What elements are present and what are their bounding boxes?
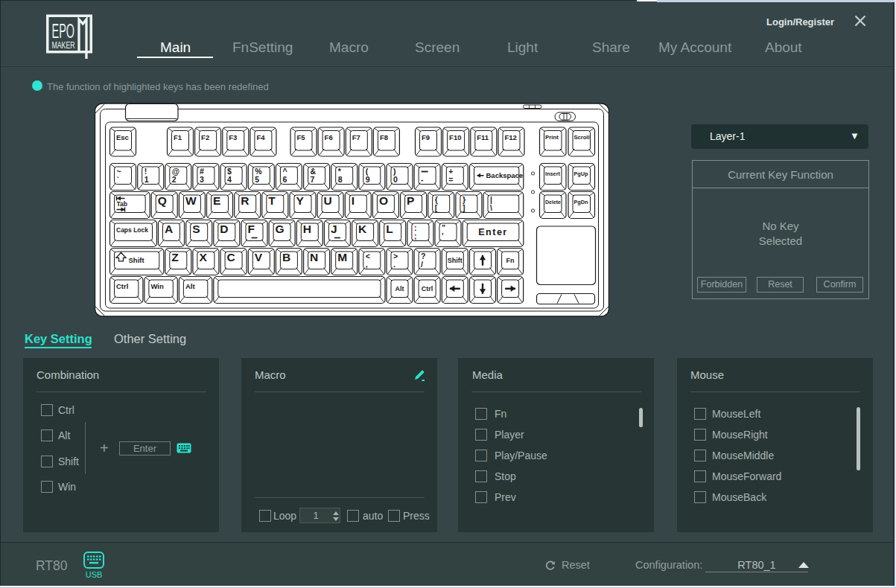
svg-text:F10: F10 — [449, 133, 461, 141]
svg-text:EPO: EPO — [52, 20, 75, 42]
svg-text:U: U — [323, 194, 331, 207]
svg-text:Delete: Delete — [545, 199, 561, 205]
svg-text:Esc: Esc — [116, 133, 129, 141]
svg-text:\: \ — [490, 203, 492, 212]
svg-text:F5: F5 — [296, 133, 305, 141]
svg-text:T: T — [268, 194, 276, 207]
svg-text:Alt: Alt — [185, 282, 195, 290]
svg-text:Ctrl: Ctrl — [116, 282, 128, 290]
svg-text:P: P — [407, 194, 414, 207]
svg-text:Z: Z — [171, 251, 179, 263]
svg-text:Enter: Enter — [478, 227, 507, 237]
svg-text:PgDn: PgDn — [573, 199, 588, 205]
svg-text:Backspace: Backspace — [486, 171, 523, 179]
svg-text:Win: Win — [150, 282, 164, 290]
svg-text:Alt: Alt — [395, 285, 404, 293]
svg-text:`: ` — [116, 175, 119, 184]
svg-text:H: H — [302, 223, 311, 235]
svg-text:D: D — [220, 223, 228, 235]
svg-text:F8: F8 — [379, 133, 387, 141]
svg-text:1: 1 — [144, 175, 148, 184]
svg-text:X: X — [199, 251, 207, 263]
svg-text:2: 2 — [171, 175, 176, 184]
svg-text:0: 0 — [393, 175, 398, 184]
svg-text:C: C — [226, 251, 235, 263]
svg-text:6: 6 — [282, 175, 287, 184]
svg-text:S: S — [192, 223, 200, 235]
svg-text:B: B — [282, 251, 290, 263]
svg-text:Q: Q — [157, 194, 166, 207]
svg-text:]: ] — [462, 203, 465, 212]
svg-text:M: M — [337, 251, 347, 263]
svg-text:E: E — [213, 194, 220, 207]
svg-text:PgUp: PgUp — [573, 170, 588, 177]
svg-text:F2: F2 — [201, 133, 209, 141]
svg-text:Print: Print — [545, 134, 559, 141]
svg-text:.: . — [393, 260, 395, 269]
svg-text:Scroll: Scroll — [573, 134, 589, 141]
svg-text:7: 7 — [310, 175, 314, 184]
svg-text:Insert: Insert — [545, 170, 560, 177]
svg-text:F12: F12 — [504, 133, 516, 141]
svg-text:Shift: Shift — [447, 257, 462, 264]
svg-text:I: I — [351, 194, 354, 207]
svg-text:N: N — [310, 251, 318, 263]
svg-text:Y: Y — [296, 194, 304, 207]
svg-text:Ctrl: Ctrl — [421, 285, 433, 293]
svg-text:K: K — [358, 223, 367, 235]
svg-text:Fn: Fn — [506, 257, 514, 264]
svg-text:F3: F3 — [229, 133, 237, 141]
svg-text:W: W — [185, 194, 196, 207]
svg-text:;: ; — [413, 231, 416, 240]
svg-text:F4: F4 — [256, 133, 265, 141]
svg-text:3: 3 — [199, 175, 203, 184]
svg-text:': ' — [442, 231, 444, 240]
svg-text:R: R — [241, 194, 249, 207]
svg-text:F: F — [247, 223, 254, 235]
svg-text:G: G — [275, 223, 284, 235]
svg-text:Caps Lock: Caps Lock — [116, 226, 148, 234]
svg-text:9: 9 — [365, 175, 369, 184]
svg-text:8: 8 — [337, 175, 342, 184]
svg-text:-: - — [421, 175, 424, 184]
svg-text:F11: F11 — [477, 133, 489, 141]
svg-text:J: J — [330, 223, 337, 235]
svg-text:O: O — [378, 194, 387, 207]
svg-text:L: L — [386, 223, 393, 235]
svg-text:F9: F9 — [422, 133, 430, 141]
svg-text:Tab: Tab — [116, 200, 127, 208]
svg-text:F6: F6 — [324, 133, 332, 141]
svg-text:V: V — [254, 251, 262, 263]
svg-text:,: , — [365, 260, 367, 269]
svg-text:F7: F7 — [352, 133, 360, 141]
svg-text:5: 5 — [255, 175, 259, 184]
svg-text:F1: F1 — [174, 133, 182, 141]
svg-text:/: / — [421, 260, 423, 269]
svg-text:A: A — [165, 223, 173, 235]
svg-text:Shift: Shift — [128, 256, 144, 264]
svg-text:[: [ — [434, 203, 437, 212]
svg-text:=: = — [448, 175, 453, 184]
svg-text:4: 4 — [227, 175, 232, 184]
